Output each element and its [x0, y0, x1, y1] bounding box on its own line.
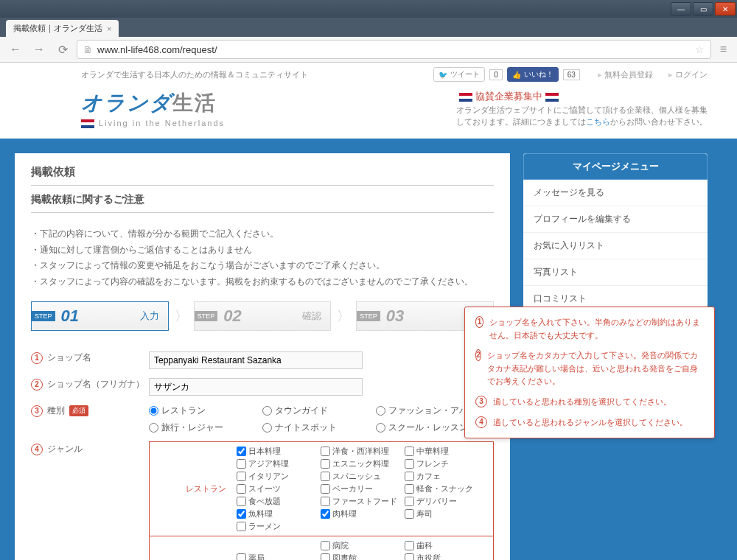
genre-option[interactable]: 病院: [321, 539, 405, 552]
step-indicator: STEP 01入力 〉 STEP 02確認 〉 STEP 03完了: [31, 301, 494, 331]
genre-option[interactable]: 洋食・西洋料理: [321, 445, 405, 458]
window-minimize[interactable]: —: [671, 2, 691, 15]
type-label: 種別: [47, 405, 65, 417]
marker-3: 3: [31, 405, 43, 417]
window-close[interactable]: ✕: [715, 2, 736, 15]
page-subtitle: 掲載依頼に関するご注意: [31, 193, 494, 213]
genre-option[interactable]: イタリアン: [237, 470, 321, 483]
login-link[interactable]: ログイン: [668, 70, 708, 79]
genre-option[interactable]: 歯科: [405, 539, 489, 552]
genre-option[interactable]: アジア料理: [237, 458, 321, 470]
window-maximize[interactable]: ▭: [693, 2, 713, 15]
genre-option[interactable]: ラーメン: [237, 520, 321, 533]
forward-button[interactable]: →: [29, 40, 49, 59]
genre-label: ジャンル: [47, 443, 83, 455]
genre-option[interactable]: 図書館: [321, 552, 405, 560]
step-02: STEP 02確認: [194, 301, 332, 331]
genre-option[interactable]: 寿司: [405, 508, 489, 520]
mypage-item[interactable]: メッセージを見る: [523, 180, 708, 206]
flag-icon: [81, 119, 94, 128]
genre-option[interactable]: 食べ放題: [237, 495, 321, 508]
genre-option[interactable]: ファーストフード: [321, 495, 405, 508]
back-button[interactable]: ←: [6, 40, 25, 59]
kana-input[interactable]: [149, 378, 363, 396]
genre-option[interactable]: ベーカリー: [321, 483, 405, 495]
address-bar: ← → ⟳ 🗎 www.nl-life468.com/request/ ☆ ≡: [0, 37, 737, 63]
mypage-header: マイページメニュー: [523, 153, 708, 180]
marker-1: 1: [31, 352, 43, 364]
notice-list: ・下記の内容について、情報が分かる範囲でご記入ください。・通知に対して運営側から…: [31, 226, 494, 290]
browser-menu-icon[interactable]: ≡: [716, 43, 731, 56]
tab-bar: 掲載依頼｜オランダ生活 ×: [0, 18, 737, 37]
kana-label: ショップ名（フリガナ）: [47, 378, 144, 391]
marker-2: 2: [31, 379, 43, 391]
mypage-item[interactable]: 写真リスト: [523, 259, 708, 286]
shop-input[interactable]: [149, 351, 363, 369]
genre-option[interactable]: フレンチ: [405, 458, 489, 470]
register-link[interactable]: 無料会員登録: [598, 70, 653, 79]
genre-option[interactable]: 薬局: [237, 552, 321, 560]
type-option[interactable]: タウンガイド: [262, 405, 373, 417]
genre-option[interactable]: スイーツ: [237, 483, 321, 495]
genre-option[interactable]: 魚料理: [237, 508, 321, 520]
genre-block: レストラン 日本料理 洋食・西洋料理 中華料理 アジア料理 エスニック料理 フレ…: [149, 441, 494, 560]
help-callout: 1ショップ名を入れて下さい。半角のみなどの制約はありません。日本語でも大丈夫です…: [464, 307, 715, 438]
mypage-item[interactable]: お気に入りリスト: [523, 233, 708, 259]
genre-option[interactable]: 中華料理: [405, 445, 489, 458]
url-text: www.nl-life468.com/request/: [97, 44, 217, 55]
main-panel: 掲載依頼 掲載依頼に関するご注意 ・下記の内容について、情報が分かる範囲でご記入…: [15, 153, 510, 560]
tweet-button[interactable]: 🐦ツイート: [433, 67, 485, 82]
genre-category: レストラン: [150, 479, 232, 499]
window-titlebar: — ▭ ✕: [0, 0, 737, 18]
close-tab-icon[interactable]: ×: [107, 24, 111, 33]
url-input[interactable]: 🗎 www.nl-life468.com/request/ ☆: [77, 40, 711, 59]
like-count: 63: [563, 69, 580, 80]
site-logo[interactable]: オランダ生活 Living in the Netherlands: [81, 89, 225, 128]
sponsor-block: 協賛企業募集中 オランダ生活ウェブサイトにご協賛して頂ける企業様、個人様を募集 …: [456, 89, 708, 128]
bookmark-icon[interactable]: ☆: [695, 43, 705, 55]
step-01: STEP 01入力: [31, 301, 169, 331]
type-option[interactable]: レストラン: [149, 405, 259, 417]
reload-button[interactable]: ⟳: [53, 40, 72, 59]
like-button[interactable]: 👍 いいね！: [507, 67, 559, 82]
tweet-count: 0: [489, 69, 503, 80]
type-option[interactable]: 旅行・レジャー: [149, 421, 259, 434]
page-title: 掲載依頼: [31, 165, 494, 186]
sponsor-link[interactable]: こちら: [586, 117, 610, 126]
genre-option[interactable]: デリバリー: [405, 495, 489, 508]
genre-option[interactable]: 軽食・スナック: [405, 483, 489, 495]
browser-tab[interactable]: 掲載依頼｜オランダ生活 ×: [6, 20, 119, 37]
genre-option[interactable]: カフェ: [405, 470, 489, 483]
genre-option[interactable]: 日本料理: [237, 445, 321, 458]
genre-option[interactable]: 市役所: [405, 552, 489, 560]
social-buttons: 🐦ツイート 0 👍 いいね！ 63 無料会員登録 ログイン: [433, 67, 708, 82]
type-option[interactable]: ナイトスポット: [262, 421, 373, 434]
tab-title: 掲載依頼｜オランダ生活: [13, 23, 102, 34]
page-icon: 🗎: [83, 44, 93, 55]
genre-option[interactable]: エスニック料理: [321, 458, 405, 470]
site-tagline: オランダで生活する日本人のための情報＆コミュニティサイト: [81, 69, 308, 80]
required-badge: 必須: [69, 405, 88, 416]
shop-label: ショップ名: [47, 351, 91, 364]
genre-option[interactable]: スパニッシュ: [321, 470, 405, 483]
genre-option[interactable]: 肉料理: [321, 508, 405, 520]
mypage-item[interactable]: プロフィールを編集する: [523, 206, 708, 233]
marker-4: 4: [31, 444, 43, 455]
